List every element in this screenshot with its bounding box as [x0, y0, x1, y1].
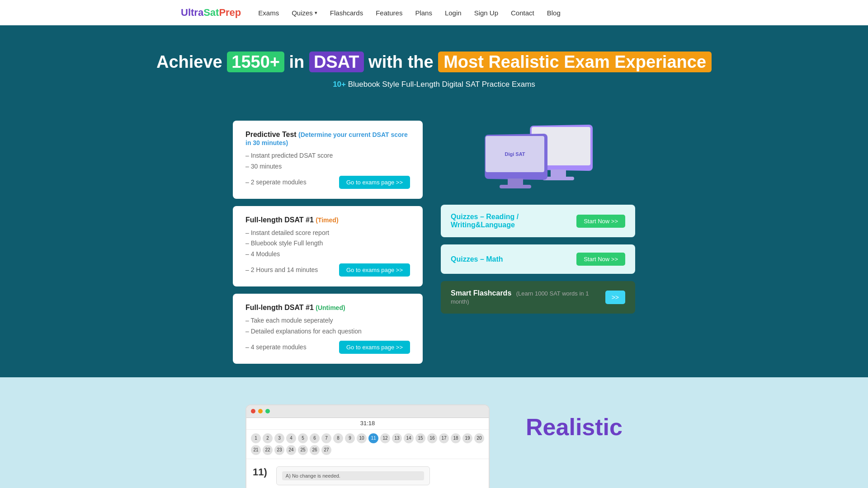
right-panel: Digi SAT Quizzes – Reading / Writing&Lan…: [441, 121, 635, 364]
monitor-screen-front: Digi SAT: [486, 136, 544, 172]
dsat-illustration: Digi SAT: [475, 121, 601, 193]
tagline-badge: Most Realistic Exam Experiance: [438, 52, 712, 72]
nav-login[interactable]: Login: [445, 9, 462, 17]
realistic-title: Realistic: [526, 413, 623, 441]
nav-features[interactable]: Features: [376, 9, 402, 17]
achieve-text: Achieve: [156, 52, 222, 71]
exam-card-full-timed-title: Full-length DSAT #1 (Timed): [245, 216, 410, 224]
nav-blog[interactable]: Blog: [547, 9, 561, 17]
q13: 13: [392, 433, 402, 443]
q6: 6: [310, 433, 320, 443]
subtitle-rest: Bluebook Style Full-Length Digital SAT P…: [346, 80, 535, 89]
exam-card-full-untimed-bullets: – Take each module seperately – Detailed…: [245, 315, 410, 337]
exam-card-full-timed: Full-length DSAT #1 (Timed) – Instant de…: [233, 206, 423, 286]
q16: 16: [427, 433, 437, 443]
navbar: UltraSatPrep Exams Quizes ▾ Flashcards F…: [0, 0, 868, 25]
flashcard-card: Smart Flashcards (Learn 1000 SAT words i…: [441, 281, 635, 314]
quiz-math-title: Quizzes – Math: [451, 255, 503, 263]
q27: 27: [321, 445, 331, 455]
flashcard-btn[interactable]: >>: [605, 291, 625, 304]
q23: 23: [274, 445, 284, 455]
with-text2: with the: [368, 52, 434, 71]
exam-card-full-timed-subtitle: (Timed): [316, 216, 338, 224]
exam-card-full-untimed: Full-length DSAT #1 (Untimed) – Take eac…: [233, 294, 423, 364]
nav-exams[interactable]: Exams: [258, 9, 279, 17]
exam-card-predictive-bullets: – Instant predicted DSAT score – 30 minu…: [245, 150, 410, 172]
q20: 20: [474, 433, 484, 443]
exam-cards-panel: Predictive Test (Determine your current …: [233, 121, 423, 364]
monitor-base-front: [500, 185, 531, 188]
q21: 21: [251, 445, 261, 455]
dot-yellow: [258, 409, 263, 413]
timer-bar: 31:18: [246, 418, 489, 430]
q25: 25: [298, 445, 308, 455]
question-number-display: 11): [253, 466, 267, 485]
exam-card-full-timed-bullets: – Instant detailed score report – Bluebo…: [245, 228, 410, 260]
quiz-reading-title: Quizzes – Reading / Writing&Language: [451, 213, 576, 229]
bullet-bluebook: – Bluebook style Full length: [245, 238, 410, 249]
nav-quizes[interactable]: Quizes ▾: [292, 9, 317, 17]
subtitle-highlight: 10+: [333, 80, 346, 89]
q8: 8: [333, 433, 343, 443]
score-badge: 1550+: [227, 52, 284, 72]
exam-card-predictive-title: Predictive Test (Determine your current …: [245, 131, 410, 147]
exam-card-predictive: Predictive Test (Determine your current …: [233, 121, 423, 199]
go-exams-btn-timed[interactable]: Go to exams page >>: [339, 263, 410, 277]
go-exams-btn-untimed[interactable]: Go to exams page >>: [339, 341, 410, 354]
flashcard-title-group: Smart Flashcards (Learn 1000 SAT words i…: [451, 289, 605, 305]
q1: 1: [251, 433, 261, 443]
q4: 4: [286, 433, 296, 443]
q17: 17: [439, 433, 449, 443]
exam-card-predictive-footer: – 2 seperate modules Go to exams page >>: [245, 176, 410, 189]
bottom-text: Realistic: [526, 404, 623, 441]
hero-subtitle: 10+ Bluebook Style Full-Length Digital S…: [9, 80, 859, 89]
question-numbers: 1 2 3 4 5 6 7 8 9 10 11 12 13 14 15 16 1…: [246, 430, 489, 459]
flashcard-title: Smart Flashcards: [451, 289, 511, 297]
app-screenshot: 31:18 1 2 3 4 5 6 7 8 9 10 11 12 13 14 1…: [245, 404, 490, 488]
hero-section: Achieve 1550+ in DSAT with the Most Real…: [0, 25, 868, 107]
go-exams-btn-predictive[interactable]: Go to exams page >>: [339, 176, 410, 189]
q24: 24: [286, 445, 296, 455]
quiz-math-start-btn[interactable]: Start Now >>: [576, 253, 625, 266]
nav-plans[interactable]: Plans: [415, 9, 432, 17]
answer-area: A) No change is needed.: [276, 466, 430, 485]
bullet-score: – Instant detailed score report: [245, 228, 410, 239]
q19: 19: [462, 433, 472, 443]
bullet-modules: – 4 Modules: [245, 249, 410, 260]
chevron-down-icon: ▾: [315, 10, 317, 16]
screenshot-header: [246, 405, 489, 418]
quiz-reading-card: Quizzes – Reading / Writing&Language Sta…: [441, 205, 635, 237]
nav-contact[interactable]: Contact: [511, 9, 534, 17]
quiz-math-card: Quizzes – Math Start Now >>: [441, 244, 635, 274]
q2: 2: [263, 433, 273, 443]
nav-flashcards[interactable]: Flashcards: [330, 9, 363, 17]
bottom-section: 31:18 1 2 3 4 5 6 7 8 9 10 11 12 13 14 1…: [0, 377, 868, 488]
nav-quizes-label: Quizes: [292, 9, 313, 17]
bullet-detailed: – Detailed explanations for each questio…: [245, 326, 410, 337]
in-text2: in: [289, 52, 305, 71]
dot-green-dot: [265, 409, 270, 413]
quiz-reading-start-btn[interactable]: Start Now >>: [576, 215, 625, 228]
bullet-1: – Instant predicted DSAT score: [245, 150, 410, 161]
footer-text-untimed: – 4 seperate modules: [245, 343, 307, 351]
logo-prep: Prep: [219, 7, 241, 19]
bullet-2: – 30 minutes: [245, 161, 410, 172]
hero-title: Achieve 1550+ in DSAT with the Most Real…: [9, 52, 859, 72]
q9: 9: [345, 433, 355, 443]
footer-text: – 2 seperate modules: [245, 178, 307, 186]
q7: 7: [321, 433, 331, 443]
q26: 26: [310, 445, 320, 455]
q22: 22: [263, 445, 273, 455]
dsat-badge: DSAT: [309, 52, 364, 72]
screenshot-content: 11) A) No change is needed.: [246, 459, 489, 488]
main-content: Predictive Test (Determine your current …: [0, 107, 868, 377]
logo-sat: Sat: [203, 7, 219, 19]
q11: 11: [368, 433, 378, 443]
nav-signup[interactable]: Sign Up: [474, 9, 498, 17]
exam-card-full-untimed-title: Full-length DSAT #1 (Untimed): [245, 304, 410, 312]
bullet-take: – Take each module seperately: [245, 315, 410, 326]
q18: 18: [451, 433, 461, 443]
exam-card-full-timed-footer: – 2 Hours and 14 minutes Go to exams pag…: [245, 263, 410, 277]
logo[interactable]: UltraSatPrep: [181, 7, 241, 19]
exam-card-full-untimed-subtitle: (Untimed): [316, 304, 345, 311]
